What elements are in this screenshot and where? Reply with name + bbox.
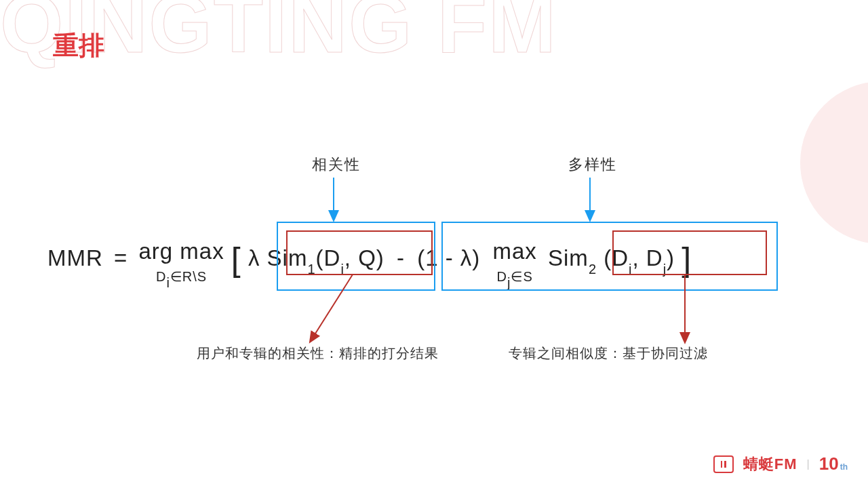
formula-eq: = bbox=[114, 245, 127, 270]
slide-title: 重排 bbox=[53, 28, 104, 63]
anniversary-logo: 10th bbox=[819, 453, 848, 474]
formula-lbracket: [ bbox=[231, 241, 241, 279]
decorative-circle bbox=[800, 81, 868, 244]
formula-argmax-bot: Di∈R\S bbox=[156, 269, 207, 284]
formula-argmax-top: arg max bbox=[138, 239, 224, 264]
formula-argmax: arg max Di∈R\S bbox=[138, 240, 224, 287]
radio-icon bbox=[713, 455, 734, 473]
desc-right: 专辑之间相似度：基于协同过滤 bbox=[509, 344, 708, 363]
label-relevance: 相关性 bbox=[312, 155, 361, 175]
red-box-sim2 bbox=[612, 230, 767, 275]
desc-left: 用户和专辑的相关性：精排的打分结果 bbox=[197, 344, 439, 363]
red-box-sim1 bbox=[286, 230, 433, 275]
brand-text: 蜻蜓FM bbox=[743, 454, 797, 474]
footer: 蜻蜓FM | 10th bbox=[713, 453, 848, 474]
label-diversity: 多样性 bbox=[568, 155, 617, 175]
formula-lambda: λ bbox=[248, 245, 260, 270]
formula-mmr: MMR bbox=[47, 245, 103, 270]
footer-separator: | bbox=[807, 458, 810, 470]
